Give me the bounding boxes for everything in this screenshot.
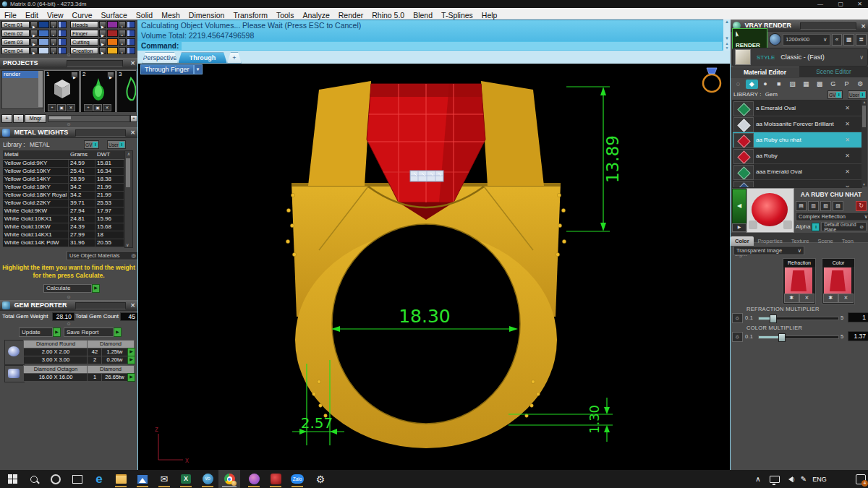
property-tab[interactable]: Scene (813, 236, 837, 246)
property-tab[interactable]: Properties (754, 236, 787, 246)
layer-color-swatch[interactable] (38, 21, 49, 28)
close-panel-icon[interactable]: ✕ (129, 300, 137, 311)
command-input[interactable] (182, 42, 722, 50)
table-row[interactable]: Yellow Gold:10KY 25.41 16.34 (3, 168, 124, 176)
property-tab[interactable]: Color (731, 236, 754, 246)
close-panel-icon[interactable]: ✕ (129, 58, 137, 69)
import-icon[interactable]: ▧ (820, 201, 831, 211)
render-queue-icon[interactable]: ≣ (856, 34, 867, 46)
layer-label[interactable]: Gem 03 (1, 38, 30, 46)
metal-cell[interactable]: White Gold:9KW (3, 207, 69, 215)
maximize-icon[interactable]: ▢ (838, 1, 843, 7)
layer-expand-icon[interactable] (30, 21, 38, 28)
calculate-button[interactable]: Calculate ▶ (43, 284, 100, 293)
volume-icon[interactable]: ) (784, 470, 799, 488)
color-multiplier-value[interactable]: 1.37 (848, 331, 868, 341)
edge-icon[interactable]: e (88, 470, 110, 488)
lock-icon[interactable] (119, 38, 126, 46)
thumb-scrollbar[interactable] (48, 115, 130, 122)
use-object-materials-dropdown[interactable]: Use Object Materials◎ (67, 251, 139, 260)
layer-row[interactable]: Finger (70, 30, 135, 37)
blue-circle-app-icon[interactable]: VO (197, 470, 218, 488)
material-list-item[interactable]: aa Ruby ✕ (733, 148, 861, 164)
color-picker-icon[interactable]: ✱ (823, 294, 838, 303)
lock-icon[interactable] (119, 30, 126, 37)
refraction-multiplier-slider[interactable] (758, 317, 839, 320)
metal-cell[interactable]: Yellow Gold:10KY (3, 168, 69, 176)
project-thumb-3[interactable]: 3 (116, 70, 136, 112)
brightness-icon[interactable]: ☼ (732, 313, 743, 323)
layer-expand-icon[interactable] (99, 21, 106, 28)
table-row[interactable]: White Gold:10KW 24.39 15.68 (3, 223, 124, 231)
language-indicator[interactable]: ENG (810, 470, 829, 488)
close-panel-icon[interactable]: ✕ (859, 20, 867, 33)
metal-cell[interactable]: White Gold:10KX1 (3, 215, 69, 223)
thumb-menu-icon[interactable] (107, 72, 114, 78)
close-icon[interactable]: ✕ (845, 116, 850, 132)
close-icon[interactable]: ✕ (857, 1, 862, 7)
gv-toggle[interactable]: GVI (84, 140, 99, 149)
region-render-icon[interactable]: ▦ (843, 34, 854, 46)
color-picker-icon[interactable]: ✱ (784, 294, 799, 303)
project-thumb-2[interactable]: 2 + ▣ ✕ (80, 70, 116, 112)
rewind-icon[interactable]: « (832, 34, 843, 46)
save-icon[interactable]: ▣ (57, 104, 66, 111)
network-icon[interactable] (767, 470, 783, 488)
lock-icon[interactable] (50, 30, 57, 37)
close-icon[interactable]: ✕ (845, 164, 850, 179)
refraction-swatch[interactable]: Refraction ✱ ✕ (783, 258, 816, 304)
material-list-item[interactable]: ✕ (733, 180, 861, 188)
table-row[interactable]: Yellow Gold:18KY 34.2 21.99 (3, 184, 124, 192)
layer-color-swatch[interactable] (38, 30, 49, 37)
settings-gear-icon[interactable]: ⚙ (310, 470, 331, 488)
layer-label[interactable]: Finger (70, 30, 98, 37)
delete-icon[interactable]: ✕ (67, 104, 75, 111)
reflection-dropdown[interactable]: Complex Reflection∨ (796, 212, 868, 221)
layer-label[interactable]: Cutting (70, 38, 98, 46)
transparent-image-dropdown[interactable]: Transparent Image∨ (733, 246, 804, 255)
chrome-icon[interactable] (218, 470, 240, 488)
layer-label[interactable]: Heads (70, 21, 98, 28)
layer-expand-icon[interactable] (99, 30, 106, 37)
close-panel-icon[interactable]: ✕ (129, 127, 137, 138)
user-toggle[interactable]: UserI (848, 90, 867, 99)
refresh-icon[interactable]: ↻ (856, 201, 867, 211)
layer-visibility-button[interactable] (58, 30, 67, 37)
close-icon[interactable]: ✕ (845, 132, 850, 147)
material-type-icon[interactable]: P (841, 80, 853, 89)
tab-scene-editor[interactable]: Scene Editor (799, 67, 868, 77)
layer-row[interactable]: Gem 03 (1, 38, 67, 46)
lock-icon[interactable] (50, 21, 57, 28)
zalo-icon[interactable]: Zalo (286, 470, 308, 488)
material-scrollbar[interactable]: ▲▼ (861, 100, 867, 187)
panel-grip[interactable]: ⊙ (0, 322, 137, 327)
layer-visibility-button[interactable] (127, 30, 135, 37)
metal-cell[interactable]: White Gold:10KW (3, 223, 69, 231)
layer-visibility-button[interactable] (58, 38, 67, 46)
brightness-icon[interactable]: ☼ (732, 332, 743, 342)
save-report-button[interactable]: Save Report▶ (64, 328, 122, 337)
manager-button[interactable]: Mngr (25, 114, 46, 123)
layer-row[interactable]: Gem 01 (1, 21, 67, 28)
mail-icon[interactable]: ✉ (153, 470, 175, 488)
metal-cell[interactable]: White Gold:14KX1 (3, 231, 69, 239)
garena-icon[interactable] (265, 470, 286, 488)
resolution-dropdown[interactable]: 1200x900∨ (783, 34, 830, 46)
table-row[interactable]: White Gold:14KX1 27.99 18 (3, 231, 124, 239)
metal-cell[interactable]: Yellow Gold:9KY (3, 160, 69, 168)
material-list-item[interactable]: a Emerald Oval ✕ (733, 100, 861, 116)
color-swatch[interactable]: Color ✱ ✕ (822, 258, 855, 304)
material-type-icon[interactable]: ■ (773, 80, 785, 89)
vray-options-icon[interactable] (769, 33, 781, 46)
material-list-item[interactable]: aa Moissanite Forever Brilliant ✕ (733, 116, 861, 132)
gem-row-button[interactable]: ▶ (127, 373, 135, 382)
file-explorer-icon[interactable] (110, 470, 132, 488)
layer-row[interactable]: Gem 02 (1, 30, 67, 37)
layer-expand-icon[interactable] (99, 38, 106, 46)
refraction-multiplier-value[interactable]: 1 (848, 312, 868, 322)
save-icon[interactable]: ▣ (93, 104, 102, 111)
user-toggle[interactable]: UserI (107, 140, 126, 149)
update-button[interactable]: Update▶ (19, 328, 61, 337)
delete-icon[interactable]: ✕ (103, 104, 111, 111)
table-row[interactable]: Yellow Gold:22KY 39.71 25.53 (3, 200, 124, 207)
